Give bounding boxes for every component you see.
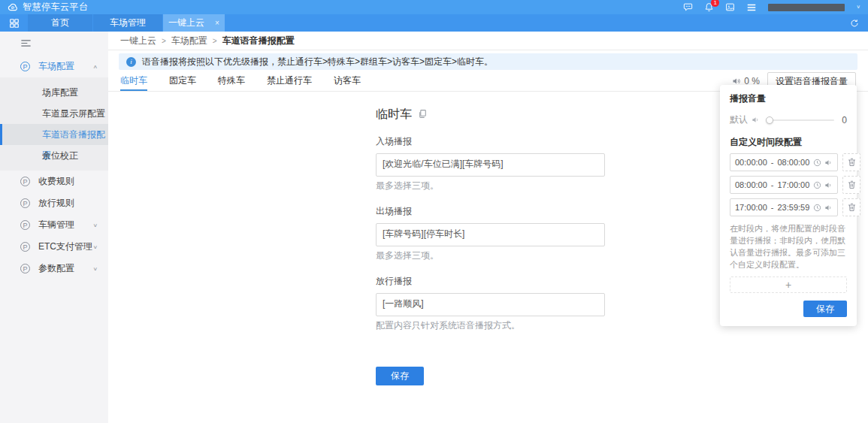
info-icon: i	[126, 57, 136, 67]
announcement-form: 临时车 入场播报 [欢迎光临/车位已满][车牌号码] 最多选择三项。 出场播报 …	[376, 107, 605, 385]
time-range-input[interactable]: 17:00:00 - 23:59:59	[730, 198, 838, 216]
release-announcement-label: 放行播报	[376, 275, 605, 288]
volume-slider-handle[interactable]	[766, 116, 773, 124]
breadcrumb-item[interactable]: 一键上云	[120, 35, 156, 47]
breadcrumb: 一键上云 > 车场配置 > 车道语音播报配置	[108, 32, 868, 50]
speaker-icon	[824, 181, 833, 189]
breadcrumb-item[interactable]: 车场配置	[171, 35, 207, 47]
breadcrumb-separator: >	[213, 37, 217, 45]
tab-temporary-vehicle[interactable]: 临时车	[120, 71, 147, 91]
p-circle-icon: P	[20, 220, 30, 230]
default-volume-value: 0	[842, 115, 847, 125]
sidebar-item-parking-config[interactable]: P 车场配置 ∧	[0, 56, 108, 77]
time-range-input[interactable]: 00:00:00 - 08:00:00	[730, 153, 838, 171]
range-start: 17:00:00	[735, 203, 767, 212]
sidebar-item-lane-display-config[interactable]: 车道显示屏配置	[0, 103, 108, 124]
range-end: 08:00:00	[778, 158, 810, 167]
delete-period-button[interactable]	[842, 153, 860, 171]
form-title-row: 临时车	[376, 107, 605, 122]
panel-save-button[interactable]: 保存	[803, 301, 847, 317]
speaker-icon	[824, 159, 833, 167]
save-button[interactable]: 保存	[376, 367, 424, 385]
add-period-button[interactable]: +	[730, 276, 847, 293]
top-header: 智慧停车云平台 1 ∨	[0, 0, 868, 14]
volume-slider[interactable]	[767, 119, 834, 121]
sidebar-item-release-rules[interactable]: P 放行规则	[0, 192, 108, 214]
message-icon[interactable]	[683, 2, 693, 12]
window-tab-label: 一键上云	[168, 17, 204, 29]
cloud-parking-logo-icon	[8, 3, 18, 11]
sidebar-item-parameter-config[interactable]: P 参数配置 ∨	[0, 258, 108, 279]
clock-icon	[813, 181, 821, 189]
volume-settings-panel: 播报音量 默认 0 自定义时间段配置 00:00:00 - 08:00:00	[720, 85, 857, 326]
entry-announcement-label: 入场播报	[376, 135, 605, 148]
app-window: 智慧停车云平台 1 ∨ 首页 车场管	[0, 0, 868, 423]
range-start: 08:00:00	[735, 180, 767, 189]
notification-bell-icon[interactable]: 1	[704, 2, 714, 12]
range-separator: -	[771, 158, 774, 167]
breadcrumb-current: 车道语音播报配置	[222, 35, 295, 47]
delete-period-button[interactable]	[842, 176, 860, 194]
refresh-icon[interactable]	[850, 14, 859, 32]
sidebar-item-garage-config[interactable]: 场库配置	[0, 82, 108, 103]
screenshot-icon[interactable]	[725, 2, 735, 12]
sidebar-item-vehicle-management[interactable]: P 车辆管理 ∨	[0, 214, 108, 236]
sidebar-item-label: 车辆管理	[38, 219, 92, 231]
p-circle-icon: P	[20, 264, 30, 273]
p-circle-icon: P	[20, 177, 30, 186]
period-row: 08:00:00 - 17:00:00	[730, 176, 847, 194]
sidebar-item-space-correction[interactable]: 余位校正	[0, 145, 108, 166]
sidebar: P 车场配置 ∧ 场库配置 车道显示屏配置 车道语音播报配置 余位校正 P 收费…	[0, 32, 108, 423]
apps-grid-icon[interactable]	[0, 14, 28, 32]
sidebar-item-lane-voice-config[interactable]: 车道语音播报配置	[0, 124, 108, 145]
main-content: 一键上云 > 车场配置 > 车道语音播报配置 i 语音播报将按照以下优先级播报，…	[108, 32, 868, 423]
trash-icon	[848, 180, 856, 189]
range-separator: -	[771, 203, 774, 212]
panel-note: 在时段内，将使用配置的时段音量进行播报；非时段内，使用默认音量进行播报。最多可添…	[730, 222, 847, 270]
clock-icon	[813, 159, 821, 167]
body-region: P 车场配置 ∧ 场库配置 车道显示屏配置 车道语音播报配置 余位校正 P 收费…	[0, 32, 868, 423]
p-circle-icon: P	[20, 198, 30, 208]
window-tab-parking-management[interactable]: 车场管理	[93, 14, 162, 32]
sidebar-item-label: ETC支付管理	[38, 240, 92, 253]
sidebar-item-etc-payment[interactable]: P ETC支付管理 ∨	[0, 236, 108, 258]
p-circle-icon: P	[20, 242, 30, 252]
tab-fixed-vehicle[interactable]: 固定车	[169, 71, 196, 91]
tab-visitor-vehicle[interactable]: 访客车	[334, 71, 361, 91]
sidebar-item-label: 收费规则	[38, 175, 98, 188]
sidebar-group-parking-config: P 车场配置 ∧ 场库配置 车道显示屏配置 车道语音播报配置 余位校正	[0, 56, 108, 171]
chevron-down-icon: ∨	[92, 222, 98, 228]
speaker-icon	[824, 204, 833, 212]
user-name-redacted[interactable]	[768, 4, 845, 11]
entry-announcement-hint: 最多选择三项。	[376, 180, 605, 192]
speaker-icon	[752, 116, 760, 124]
window-tab-label: 首页	[51, 17, 69, 29]
delete-period-button[interactable]	[842, 198, 860, 216]
custom-period-title: 自定义时间段配置	[730, 136, 847, 149]
close-icon[interactable]: ×	[215, 20, 219, 27]
window-tabbar: 首页 车场管理 一键上云 ×	[0, 14, 868, 32]
range-separator: -	[771, 180, 774, 189]
entry-announcement-input[interactable]: [欢迎光临/车位已满][车牌号码]	[376, 153, 605, 177]
window-tab-one-click-cloud[interactable]: 一键上云 ×	[163, 14, 225, 32]
range-start: 00:00:00	[735, 158, 767, 167]
tab-special-vehicle[interactable]: 特殊车	[218, 71, 245, 91]
sidebar-item-charge-rules[interactable]: P 收费规则	[0, 171, 108, 192]
chevron-up-icon: ∧	[92, 64, 98, 69]
default-volume-label: 默认	[730, 113, 748, 126]
copy-icon[interactable]	[418, 108, 428, 122]
tab-forbidden-vehicle[interactable]: 禁止通行车	[267, 71, 312, 91]
time-range-input[interactable]: 08:00:00 - 17:00:00	[730, 176, 838, 194]
clock-icon	[813, 204, 821, 212]
sidebar-collapse-icon[interactable]	[0, 32, 108, 54]
window-tab-home[interactable]: 首页	[28, 14, 92, 32]
notice-text: 语音播报将按照以下优先级播报，禁止通行车>特殊车>群组车>访客车>固定车>临时车…	[142, 56, 493, 68]
user-caret-down-icon[interactable]: ∨	[856, 5, 860, 10]
exit-announcement-input[interactable]: [车牌号码][停车时长]	[376, 223, 605, 246]
release-announcement-input[interactable]: [一路顺风]	[376, 293, 605, 316]
form-title: 临时车	[376, 107, 412, 122]
period-row: 00:00:00 - 08:00:00	[730, 153, 847, 171]
app-title: 智慧停车云平台	[23, 1, 89, 14]
menu-icon[interactable]	[746, 3, 757, 12]
range-end: 23:59:59	[778, 203, 810, 212]
